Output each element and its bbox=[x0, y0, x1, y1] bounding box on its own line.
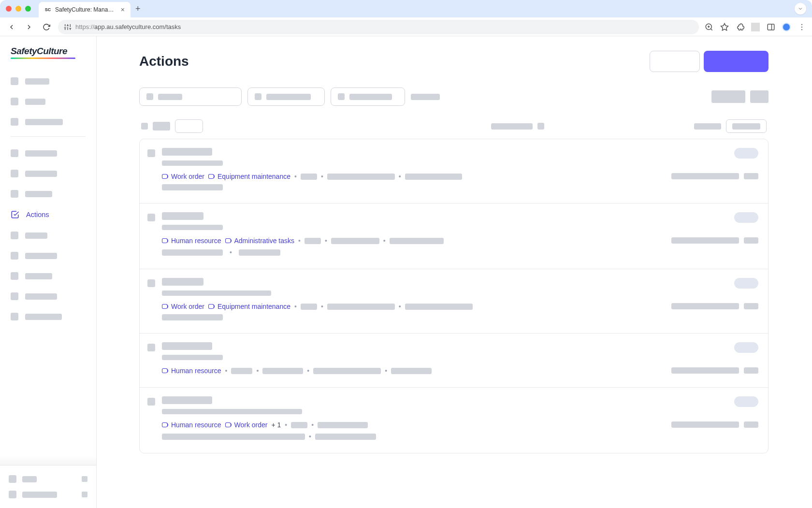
tag[interactable]: Human resource bbox=[162, 421, 221, 429]
meta-skeleton bbox=[301, 174, 317, 180]
view-toggle-skeleton[interactable] bbox=[750, 90, 768, 103]
status-badge[interactable] bbox=[734, 278, 758, 289]
meta-skeleton bbox=[315, 434, 376, 440]
table-row[interactable]: Human resourceAdministrative tasks••• • bbox=[140, 203, 768, 269]
row-title-skeleton bbox=[162, 342, 212, 350]
close-tab-icon[interactable]: × bbox=[121, 6, 125, 14]
row-checkbox[interactable] bbox=[147, 149, 155, 157]
tag[interactable]: Equipment maintenance bbox=[208, 303, 290, 310]
status-badge[interactable] bbox=[734, 342, 758, 353]
nav-bar: https://app.au.safetyculture.com/tasks bbox=[0, 17, 812, 36]
view-toggle-skeleton[interactable] bbox=[711, 90, 745, 103]
more-icon[interactable] bbox=[798, 23, 806, 31]
sidebar-bottom-item[interactable] bbox=[6, 471, 90, 487]
status-badge[interactable] bbox=[734, 212, 758, 223]
forward-button[interactable] bbox=[23, 21, 35, 33]
minimize-window-icon[interactable] bbox=[15, 6, 21, 12]
table-row[interactable]: Work orderEquipment maintenance••• bbox=[140, 139, 768, 203]
tag[interactable]: Work order bbox=[225, 421, 268, 429]
row-meta-right-skeleton bbox=[671, 421, 739, 428]
back-button[interactable] bbox=[6, 21, 17, 33]
favicon-icon: SC bbox=[44, 6, 51, 13]
sort-dropdown[interactable] bbox=[175, 119, 203, 133]
sidebar-item-actions[interactable]: Actions bbox=[6, 205, 90, 224]
main-content: Actions bbox=[97, 36, 812, 508]
bookmark-icon[interactable] bbox=[720, 23, 729, 31]
table-row[interactable]: Work orderEquipment maintenance••• bbox=[140, 269, 768, 334]
sidebar-item-skeleton[interactable] bbox=[6, 227, 90, 244]
sidebar-item-skeleton[interactable] bbox=[6, 288, 90, 305]
tag[interactable]: Work order bbox=[162, 303, 204, 310]
new-tab-button[interactable]: + bbox=[135, 4, 141, 14]
browser-tab[interactable]: SC SafetyCulture: Manage Teams and... × bbox=[39, 2, 130, 17]
status-badge[interactable] bbox=[734, 148, 758, 159]
sidebar: SafetyCulture Actions bbox=[0, 36, 97, 508]
tag[interactable]: Work order bbox=[162, 173, 204, 180]
sidepanel-icon[interactable] bbox=[767, 23, 775, 31]
select-all-checkbox[interactable] bbox=[141, 123, 148, 130]
actions-list: Work orderEquipment maintenance••• Human… bbox=[139, 139, 768, 453]
expand-tabs-button[interactable] bbox=[795, 3, 806, 15]
meta-skeleton bbox=[262, 368, 303, 374]
meta-skeleton bbox=[304, 238, 321, 244]
meta-skeleton bbox=[231, 368, 252, 374]
reload-button[interactable] bbox=[41, 21, 52, 33]
row-checkbox[interactable] bbox=[147, 344, 155, 351]
tag[interactable]: Administrative tasks bbox=[225, 237, 294, 245]
row-meta-right-skeleton bbox=[744, 237, 758, 244]
toolbar-skeleton bbox=[694, 123, 721, 130]
filter-dropdown[interactable] bbox=[331, 87, 405, 106]
row-title-skeleton bbox=[162, 212, 203, 220]
site-settings-icon[interactable] bbox=[64, 23, 72, 31]
primary-action-button[interactable] bbox=[704, 51, 768, 72]
sidebar-item-skeleton[interactable] bbox=[6, 113, 90, 131]
row-subtitle-skeleton bbox=[162, 409, 302, 414]
toolbar-icon-skeleton[interactable] bbox=[537, 123, 544, 130]
sidebar-bottom-item[interactable] bbox=[6, 487, 90, 502]
filter-link-skeleton[interactable] bbox=[411, 94, 440, 100]
sidebar-item-skeleton[interactable] bbox=[6, 93, 90, 110]
row-subtitle-skeleton bbox=[162, 160, 223, 166]
sidebar-item-skeleton[interactable] bbox=[6, 185, 90, 203]
zoom-icon[interactable] bbox=[705, 23, 713, 31]
meta-skeleton bbox=[239, 249, 280, 256]
logo[interactable]: SafetyCulture bbox=[0, 46, 96, 73]
table-row[interactable]: Human resourceWork order+ 1•• • bbox=[140, 388, 768, 453]
tag[interactable]: Human resource bbox=[162, 367, 221, 375]
extensions-icon[interactable] bbox=[736, 23, 744, 31]
page-header: Actions bbox=[139, 51, 768, 72]
sidebar-item-skeleton[interactable] bbox=[6, 165, 90, 182]
tag-icon bbox=[208, 304, 215, 309]
row-checkbox[interactable] bbox=[147, 398, 155, 406]
row-checkbox[interactable] bbox=[147, 279, 155, 287]
url-text: https://app.au.safetyculture.com/tasks bbox=[75, 23, 181, 30]
close-window-icon[interactable] bbox=[6, 6, 12, 12]
more-tags[interactable]: + 1 bbox=[271, 421, 281, 429]
filter-dropdown[interactable] bbox=[247, 87, 325, 106]
sidebar-item-skeleton[interactable] bbox=[6, 267, 90, 285]
nav-divider bbox=[11, 136, 86, 137]
tag-icon bbox=[225, 238, 232, 243]
meta-skeleton bbox=[390, 238, 444, 244]
url-bar[interactable]: https://app.au.safetyculture.com/tasks bbox=[58, 20, 699, 34]
row-meta-right-skeleton bbox=[744, 421, 758, 428]
profile-avatar-icon[interactable] bbox=[782, 23, 791, 31]
sidebar-bottom bbox=[0, 465, 96, 508]
sidebar-item-skeleton[interactable] bbox=[6, 73, 90, 90]
sidebar-item-skeleton[interactable] bbox=[6, 247, 90, 264]
tag-icon bbox=[208, 174, 215, 179]
search-filter[interactable] bbox=[139, 87, 242, 106]
meta-skeleton bbox=[391, 368, 432, 374]
toolbar-dropdown[interactable] bbox=[726, 119, 767, 133]
sidebar-item-skeleton[interactable] bbox=[6, 308, 90, 325]
table-row[interactable]: Human resource•••• bbox=[140, 334, 768, 388]
secondary-action-button[interactable] bbox=[650, 51, 700, 72]
sidebar-item-skeleton[interactable] bbox=[6, 145, 90, 162]
row-checkbox[interactable] bbox=[147, 214, 155, 221]
tag[interactable]: Equipment maintenance bbox=[208, 173, 290, 180]
row-meta-right-skeleton bbox=[744, 173, 758, 179]
row-meta-right-skeleton bbox=[671, 303, 739, 309]
tag[interactable]: Human resource bbox=[162, 237, 221, 245]
maximize-window-icon[interactable] bbox=[25, 6, 31, 12]
status-badge[interactable] bbox=[734, 396, 758, 407]
